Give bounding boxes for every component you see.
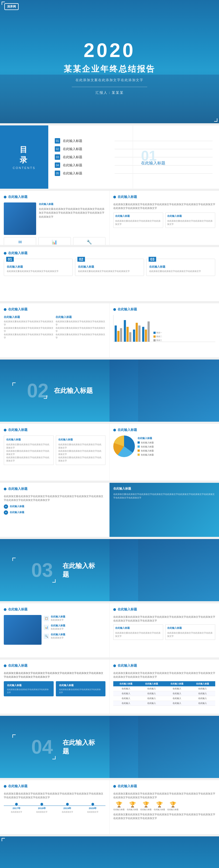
bar-1c — [120, 328, 122, 342]
blue-box-1: 在此输入标题 在此添加文案在此添加文字在此添加文字在此添加文字 — [4, 681, 54, 696]
sub-card-2: 在此输入标题 在此添加文案在此添加文字在此添加文字在此添加文字 — [165, 213, 215, 228]
icon-list: 📋 在此输入标题 在此添加文字 📊 在此输入标题 在此添加文字 — [44, 615, 105, 640]
slide-10-list: 📋 在此输入标题 在此添加文字 📊 在此输入标题 在此添加文字 — [44, 615, 105, 645]
box-7-1-extra2: 在此添加文案在此添加文字在此添加文字在此添加文字 — [6, 456, 51, 463]
rbox-desc-1: 在此添加文案在此添加文字在此添加文字在此添加文字 — [115, 631, 161, 638]
icon-item-2: 📊 在此输入标题 在此添加文字 — [44, 624, 105, 631]
blue-box-2: 在此输入标题 在此添加文案在此添加文字在此添加文字在此添加文字 — [56, 681, 106, 696]
header-dot-4 — [4, 252, 6, 255]
td-3-1: 在此输入 — [113, 696, 139, 701]
list-text-2: 在此输入标题 — [10, 510, 24, 514]
contents-text-4: 在此输入标题 — [63, 163, 112, 167]
contents-text-5: 在此输入标题 — [63, 171, 112, 176]
list-item-2: ● 在此输入标题 — [4, 510, 105, 515]
section-03-right — [110, 539, 219, 601]
slide-10-header: 在此输入标题 — [4, 607, 105, 612]
bar-1b — [117, 331, 119, 342]
timeline-desc-3: 在此添加文字 — [62, 811, 73, 813]
bar-group-2 — [124, 320, 131, 342]
slide-11: 在此输入标题 在此添加文案在此添加文字在此添加文字在此添加文字在此添加文字在此添… — [0, 659, 219, 714]
rbox-desc-2: 在此添加文案在此添加文字在此添加文字在此添加文字 — [167, 631, 213, 638]
list-bullet-2: ● — [4, 510, 8, 515]
legend-dot-2 — [153, 336, 156, 338]
award-5: 🏆 在此输入标题 — [167, 801, 179, 811]
slide-11-body: 在此添加文案在此添加文字在此添加文字在此添加文字在此添加文字在此添加文字在此添加… — [4, 671, 105, 679]
slide-3-content: 在此输入标题 在此添加文案在此添加文字在此添加文字在此添加文字在此添加文字在此添… — [4, 203, 105, 235]
section-title-panel: 01 在此输入标题 — [133, 125, 219, 189]
bar-chart: 数据一 数据二 数据三 — [113, 315, 215, 342]
legend-text-3: 数据三 — [156, 339, 162, 342]
chart-item-label-1: 在此输入标题 — [141, 441, 154, 444]
building-image — [4, 203, 36, 235]
slide-3: 在此输入标题 在此输入标题 在此添加文案在此添加文字在此添加文字在此添加文字在此… — [0, 191, 219, 245]
slide-3-right-body: 在此添加文案在此添加文字在此添加文字在此添加文字在此添加文字在此添加文字在此添加… — [113, 203, 215, 210]
td-2-3: 在此输入 — [164, 691, 190, 696]
sub-card-title-2: 在此输入标题 — [167, 214, 213, 218]
slide-3-body: 在此添加文案在此添加文字在此添加文字在此添加文字在此添加文字在此添加文字在此添加… — [39, 207, 105, 219]
slide-13-right-body: 在此添加文案在此添加文字在此添加文字在此添加文字在此添加文字在此添加文字在此添加… — [113, 792, 215, 800]
chart-item-label-2: 在此输入标题 — [141, 445, 154, 448]
slide-3-subtitle: 在此输入标题 — [39, 203, 105, 206]
slide-8-left-header: 在此输入标题 — [4, 487, 105, 491]
slide-5-left: 在此输入标题 在此输入标题 在此添加文案在此添加文字在此添加文字在此添加文字 在… — [0, 303, 110, 358]
box-7-2-extra2: 在此添加文案在此添加文字在此添加文字在此添加文字 — [58, 456, 103, 463]
slide-5-left-header: 在此输入标题 — [4, 307, 105, 312]
corner-tl-s2 — [12, 382, 15, 386]
box-desc-r: 在此添加文案在此添加文字在此添加文字在此添加文字 — [56, 320, 106, 327]
num-card-2: 02 在此输入标题 在此添加文案在此添加文字在此添加文字在此添加文字 — [75, 259, 144, 276]
icon-label-3: 在此输入标题 — [51, 633, 65, 636]
header-dot-10r — [113, 608, 116, 611]
chart-item-3: 在此输入标题 — [138, 449, 215, 452]
corner-decoration-br — [214, 118, 217, 122]
cover-presenter: 汇报人：某某某 — [96, 90, 124, 95]
timeline-item-4: 2020年 在此添加文字 — [80, 803, 105, 813]
award-icon-4: 🏆 — [156, 801, 163, 808]
chart-item-1: 在此输入标题 — [138, 441, 215, 444]
icon-desc-1: 在此添加文字 — [51, 619, 65, 622]
contents-cn-title: 目录 — [20, 145, 29, 165]
chart-color-3 — [138, 450, 140, 452]
header-label: 在此输入标题 — [8, 195, 28, 199]
timeline-desc-4: 在此添加文字 — [87, 811, 99, 813]
slide-5-box-left: 在此输入标题 在此添加文案在此添加文字在此添加文字在此添加文字 在此添加文案在此… — [4, 315, 54, 340]
rbox-2: 在此输入标题 在此添加文案在此添加文字在此添加文字在此添加文字 — [165, 624, 215, 640]
legend-text-2: 数据二 — [156, 335, 162, 338]
td-4-3: 在此输入 — [164, 701, 190, 706]
table-row-1: 在此输入 在此输入 在此输入 在此输入 — [113, 686, 215, 691]
slide-11-header: 在此输入标题 — [4, 663, 105, 668]
contents-num-3: 03 — [55, 154, 60, 160]
rbox-title-2: 在此输入标题 — [167, 626, 213, 630]
table-row-4: 在此输入 在此输入 在此输入 在此输入 — [113, 701, 215, 706]
box-7-1: 在此输入标题 在此添加文案在此添加文字在此添加文字在此添加文字 在此添加文案在此… — [4, 435, 54, 465]
header-label-7l: 在此输入标题 — [8, 428, 28, 432]
header-dot — [4, 196, 6, 198]
list-item-1: ● 在此输入标题 — [4, 504, 105, 509]
header-dot-10 — [4, 608, 6, 611]
icon-item-text-2: 在此输入标题 在此添加文字 — [51, 624, 65, 631]
timeline-item-2: 2018年 在此添加文字 — [29, 803, 54, 813]
box-extra2-l: 在此添加文案在此添加文字在此添加文字在此添加文字 — [4, 333, 54, 340]
legend-2: 数据二 — [153, 335, 162, 338]
award-label-1: 在此输入标题 — [113, 808, 124, 811]
header-dot-11r — [113, 664, 116, 667]
bar-2c — [129, 332, 131, 342]
header-label-r: 在此输入标题 — [118, 195, 137, 199]
td-4-4: 在此输入 — [190, 701, 216, 706]
award-label-3: 在此输入标题 — [140, 808, 152, 811]
chart-color-2 — [138, 445, 140, 448]
contents-num-2: 02 — [55, 146, 60, 152]
slide-11-right: 在此输入标题 在此添加文案在此添加文字在此添加文字在此添加文字在此添加文字在此添… — [110, 659, 219, 714]
num-badge-2: 02 — [77, 257, 85, 262]
td-3-2: 在此输入 — [139, 696, 165, 701]
th-1: 在此输入标题 — [113, 681, 139, 686]
slide-3-right-header: 在此输入标题 — [113, 195, 215, 199]
slide-section-02: 02 在此输入标题 — [0, 360, 219, 422]
legend-dot-3 — [153, 339, 156, 341]
section-03-left: 03 在此输入标题 — [0, 556, 110, 584]
award-icon-3: 🏆 — [143, 801, 149, 808]
sub-card-desc-1: 在此添加文案在此添加文字在此添加文字在此添加文字 — [115, 219, 161, 226]
card-row: ✉ 在此输入标题 在此添加文案在此添加文字在此添加文字在此添加文字 📊 在此输入… — [4, 237, 105, 245]
header-label-8l: 在此输入标题 — [8, 487, 28, 491]
table-row-2: 在此输入 在此输入 在此输入 在此输入 — [113, 691, 215, 696]
bar-group-1 — [115, 326, 122, 342]
